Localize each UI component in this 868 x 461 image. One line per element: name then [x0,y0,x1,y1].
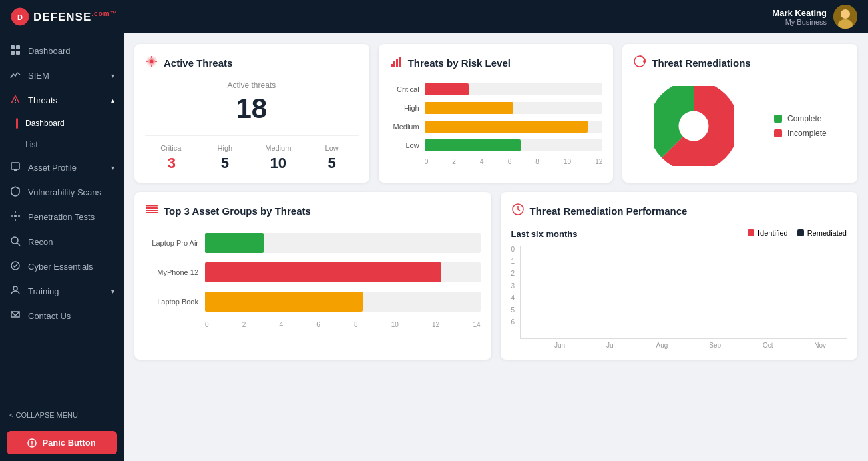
sidebar-item-contact[interactable]: Contact Us [0,304,124,328]
sidebar-item-recon-label: Recon [28,237,114,247]
svg-rect-45 [146,212,158,213]
sidebar-item-threats-list[interactable]: List [0,134,124,155]
risk-track-critical [425,83,603,95]
threats-count-number: 18 [145,93,359,125]
logo: D DEFENSE.com™ [11,7,118,26]
sidebar-item-siem-label: SIEM [28,71,104,81]
perf-x-aug: Aug [656,342,668,349]
sidebar-item-dashboard[interactable]: Dashboard [0,39,124,63]
perf-sub-title: Last six months [511,229,578,239]
legend-complete: Complete [774,114,827,123]
perf-chart-container: 6543210 [511,246,847,349]
threats-icon [9,94,21,107]
recon-icon [9,236,21,248]
risk-label-critical: Critical [389,85,419,93]
threats-by-risk-card: Threats by Risk Level Critical High [379,44,614,183]
svg-rect-5 [11,45,15,49]
risk-label-low: Low [389,141,419,149]
penetration-icon [9,211,21,223]
risk-fill-low [425,139,521,151]
risk-axis: 024681012 [389,158,603,165]
vulnerability-icon [9,186,21,199]
asset-axis: 02468101214 [145,321,481,328]
sidebar-item-asset-profile[interactable]: Asset Profile ▾ [0,155,124,180]
threats-chevron: ▴ [111,97,114,104]
asset-fill-myphone [205,262,441,282]
legend-incomplete-label: Incomplete [787,129,827,138]
sidebar-item-threats-list-label: List [25,140,114,149]
contact-icon [9,310,21,322]
risk-bar-high: High [389,102,603,114]
sidebar-item-asset-profile-label: Asset Profile [28,163,104,173]
sidebar-item-training[interactable]: Training ▾ [0,279,124,304]
svg-rect-36 [399,57,401,67]
svg-rect-9 [15,99,16,101]
svg-point-28 [150,60,154,63]
risk-label-high: High [389,104,419,112]
sidebar-item-cyber[interactable]: Cyber Essentials [0,254,124,279]
risk-bar-critical: Critical [389,83,603,95]
panic-button[interactable]: Panic Button [7,431,117,454]
training-chevron: ▾ [111,288,114,295]
avatar[interactable] [833,5,857,29]
perf-x-sep: Sep [709,342,721,349]
risk-level-title: Threats by Risk Level [408,57,511,69]
remediations-title: Threat Remediations [652,57,750,69]
perf-x-oct: Oct [763,342,773,349]
breakdown-low-label: Low [305,144,359,152]
cyber-icon [9,260,21,273]
active-threats-card: Active Threats Active threats 18 Critica… [134,44,369,183]
threats-count-area: Active threats 18 [145,81,359,125]
risk-level-icon [389,55,403,71]
breakdown-critical: Critical 3 [145,144,198,172]
asset-track-laptop-book [205,292,481,312]
perf-legend-identified: Identified [748,229,788,237]
svg-point-25 [32,444,33,445]
asset-bar-myphone: MyPhone 12 [145,262,481,282]
pie-legend: Complete Incomplete [774,114,827,138]
legend-incomplete: Incomplete [774,129,827,138]
breakdown-low-value: 5 [305,155,359,172]
svg-rect-42 [146,207,158,209]
sidebar-item-penetration[interactable]: Penetration Tests [0,205,124,229]
sidebar-item-threats[interactable]: Threats ▴ [0,88,124,113]
siem-icon [9,69,21,82]
user-company: My Business [772,18,827,26]
threat-remediations-card: Threat Remediations Complete [622,44,857,183]
svg-rect-11 [11,163,19,169]
perf-x-nov: Nov [814,342,826,349]
sidebar-item-training-label: Training [28,286,104,296]
svg-rect-12 [14,169,17,171]
asset-track-myphone [205,262,481,282]
perf-dot-identified [748,229,754,236]
perf-chart-area: Jun Jul Aug Sep Oct Nov [520,246,847,349]
remediations-icon [633,55,646,71]
asset-fill-laptop-pro [205,233,264,253]
sidebar-item-vulnerability[interactable]: Vulnerability Scans [0,180,124,205]
sidebar-item-threats-dashboard[interactable]: Dashboard [0,113,124,134]
svg-rect-8 [16,51,20,55]
svg-rect-7 [11,51,15,55]
breakdown-high-label: High [198,144,252,152]
svg-rect-44 [146,210,158,211]
user-info[interactable]: Mark Keating My Business [772,5,857,29]
perf-x-jun: Jun [554,342,565,349]
svg-point-14 [14,215,17,217]
sidebar-item-siem[interactable]: SIEM ▾ [0,63,124,88]
sidebar-item-recon[interactable]: Recon [0,229,124,254]
collapse-menu[interactable]: < COLLAPSE MENU [0,404,124,426]
breakdown-high-value: 5 [198,155,252,172]
pie-chart-svg [654,86,734,166]
perf-x-labels: Jun Jul Aug Sep Oct Nov [520,342,847,349]
svg-rect-13 [13,171,18,171]
asset-label-laptop-pro: Laptop Pro Air [145,239,198,247]
perf-y-axis: 6543210 [511,246,515,326]
svg-rect-33 [391,64,393,67]
sidebar-item-cyber-label: Cyber Essentials [28,262,114,272]
perf-legend: Identified Remediated [748,229,847,237]
top-asset-groups-card: Top 3 Asset Groups by Threats Laptop Pro… [134,192,491,360]
perf-icon [511,203,525,219]
risk-bar-medium: Medium [389,121,603,133]
legend-dot-incomplete [774,129,782,137]
perf-title: Threat Remediation Performance [530,205,688,217]
